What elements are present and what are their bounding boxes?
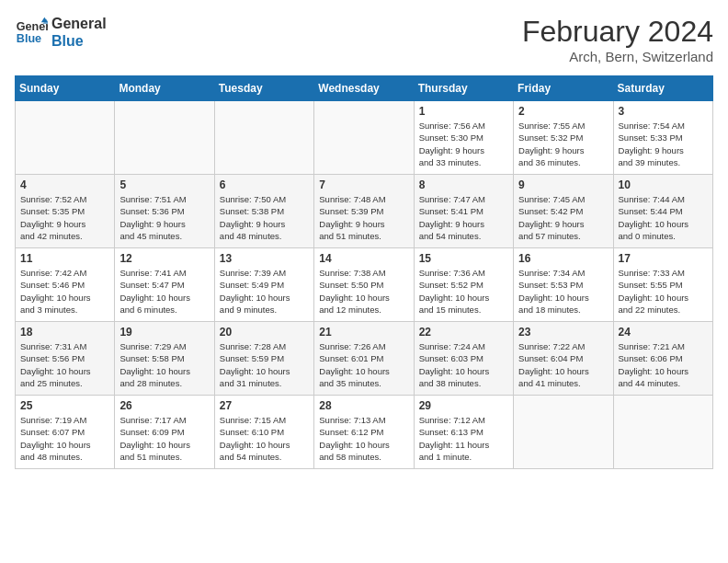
day-number: 13	[220, 252, 309, 265]
day-info: Sunrise: 7:31 AM Sunset: 5:56 PM Dayligh…	[20, 340, 109, 389]
calendar-cell	[613, 396, 712, 469]
day-info: Sunrise: 7:12 AM Sunset: 6:13 PM Dayligh…	[419, 414, 508, 463]
day-info: Sunrise: 7:19 AM Sunset: 6:07 PM Dayligh…	[20, 414, 109, 463]
weekday-header: Sunday	[16, 76, 115, 101]
weekday-header: Friday	[514, 76, 613, 101]
calendar-cell: 12Sunrise: 7:41 AM Sunset: 5:47 PM Dayli…	[115, 248, 214, 322]
day-number: 15	[419, 252, 508, 265]
day-info: Sunrise: 7:29 AM Sunset: 5:58 PM Dayligh…	[119, 340, 209, 389]
day-info: Sunrise: 7:44 AM Sunset: 5:44 PM Dayligh…	[619, 193, 708, 242]
day-number: 22	[419, 326, 508, 339]
day-number: 11	[20, 252, 109, 265]
day-info: Sunrise: 7:47 AM Sunset: 5:41 PM Dayligh…	[419, 193, 508, 242]
calendar-cell: 22Sunrise: 7:24 AM Sunset: 6:03 PM Dayli…	[414, 322, 513, 396]
day-number: 3	[619, 105, 708, 118]
day-number: 6	[220, 178, 309, 191]
calendar-cell: 19Sunrise: 7:29 AM Sunset: 5:58 PM Dayli…	[115, 322, 214, 396]
calendar-cell: 8Sunrise: 7:47 AM Sunset: 5:41 PM Daylig…	[414, 175, 513, 248]
calendar-cell: 17Sunrise: 7:33 AM Sunset: 5:55 PM Dayli…	[613, 248, 712, 322]
day-number: 27	[220, 399, 309, 412]
logo-icon: General Blue	[15, 16, 48, 49]
calendar-cell: 15Sunrise: 7:36 AM Sunset: 5:52 PM Dayli…	[414, 248, 513, 322]
day-number: 28	[319, 399, 408, 412]
calendar-cell	[115, 101, 214, 175]
day-number: 23	[518, 326, 608, 339]
day-info: Sunrise: 7:33 AM Sunset: 5:55 PM Dayligh…	[619, 267, 708, 316]
day-info: Sunrise: 7:38 AM Sunset: 5:50 PM Dayligh…	[319, 267, 408, 316]
page-header: General Blue General Blue February 2024 …	[15, 15, 713, 64]
calendar-cell: 14Sunrise: 7:38 AM Sunset: 5:50 PM Dayli…	[314, 248, 414, 322]
calendar-cell	[314, 101, 414, 175]
day-number: 16	[518, 252, 608, 265]
day-info: Sunrise: 7:22 AM Sunset: 6:04 PM Dayligh…	[518, 340, 608, 389]
calendar-cell: 21Sunrise: 7:26 AM Sunset: 6:01 PM Dayli…	[314, 322, 414, 396]
day-info: Sunrise: 7:50 AM Sunset: 5:38 PM Dayligh…	[220, 193, 309, 242]
day-number: 7	[319, 178, 408, 191]
calendar-cell: 18Sunrise: 7:31 AM Sunset: 5:56 PM Dayli…	[16, 322, 115, 396]
calendar-cell: 5Sunrise: 7:51 AM Sunset: 5:36 PM Daylig…	[115, 175, 214, 248]
day-info: Sunrise: 7:56 AM Sunset: 5:30 PM Dayligh…	[419, 120, 508, 168]
day-info: Sunrise: 7:26 AM Sunset: 6:01 PM Dayligh…	[319, 340, 408, 389]
calendar-cell	[514, 396, 613, 469]
calendar-cell: 4Sunrise: 7:52 AM Sunset: 5:35 PM Daylig…	[16, 175, 115, 248]
day-number: 9	[518, 178, 608, 191]
weekday-header: Wednesday	[314, 76, 414, 101]
logo-blue: Blue	[51, 32, 107, 50]
calendar-cell: 26Sunrise: 7:17 AM Sunset: 6:09 PM Dayli…	[115, 396, 214, 469]
title-block: February 2024 Arch, Bern, Switzerland	[522, 15, 713, 64]
day-info: Sunrise: 7:54 AM Sunset: 5:33 PM Dayligh…	[619, 120, 708, 168]
day-info: Sunrise: 7:21 AM Sunset: 6:06 PM Dayligh…	[619, 340, 708, 389]
day-info: Sunrise: 7:48 AM Sunset: 5:39 PM Dayligh…	[319, 193, 408, 242]
calendar-header: SundayMondayTuesdayWednesdayThursdayFrid…	[16, 76, 713, 101]
calendar-cell: 23Sunrise: 7:22 AM Sunset: 6:04 PM Dayli…	[514, 322, 613, 396]
day-info: Sunrise: 7:55 AM Sunset: 5:32 PM Dayligh…	[518, 120, 608, 168]
day-number: 8	[419, 178, 508, 191]
calendar-cell	[16, 101, 115, 175]
day-number: 4	[20, 178, 109, 191]
day-info: Sunrise: 7:28 AM Sunset: 5:59 PM Dayligh…	[220, 340, 309, 389]
calendar-cell: 6Sunrise: 7:50 AM Sunset: 5:38 PM Daylig…	[214, 175, 313, 248]
calendar-cell: 11Sunrise: 7:42 AM Sunset: 5:46 PM Dayli…	[16, 248, 115, 322]
day-number: 14	[319, 252, 408, 265]
calendar-cell: 13Sunrise: 7:39 AM Sunset: 5:49 PM Dayli…	[214, 248, 313, 322]
day-info: Sunrise: 7:17 AM Sunset: 6:09 PM Dayligh…	[119, 414, 209, 463]
day-info: Sunrise: 7:34 AM Sunset: 5:53 PM Dayligh…	[518, 267, 608, 316]
logo-general: General	[51, 15, 107, 32]
day-number: 17	[619, 252, 708, 265]
calendar-cell: 7Sunrise: 7:48 AM Sunset: 5:39 PM Daylig…	[314, 175, 414, 248]
day-number: 1	[419, 105, 508, 118]
day-info: Sunrise: 7:51 AM Sunset: 5:36 PM Dayligh…	[119, 193, 209, 242]
calendar-cell: 28Sunrise: 7:13 AM Sunset: 6:12 PM Dayli…	[314, 396, 414, 469]
day-info: Sunrise: 7:41 AM Sunset: 5:47 PM Dayligh…	[119, 267, 209, 316]
calendar-cell: 20Sunrise: 7:28 AM Sunset: 5:59 PM Dayli…	[214, 322, 313, 396]
calendar-cell: 27Sunrise: 7:15 AM Sunset: 6:10 PM Dayli…	[214, 396, 313, 469]
weekday-header: Saturday	[613, 76, 712, 101]
day-info: Sunrise: 7:39 AM Sunset: 5:49 PM Dayligh…	[220, 267, 309, 316]
day-number: 18	[20, 326, 109, 339]
day-number: 21	[319, 326, 408, 339]
day-info: Sunrise: 7:36 AM Sunset: 5:52 PM Dayligh…	[419, 267, 508, 316]
calendar-cell: 10Sunrise: 7:44 AM Sunset: 5:44 PM Dayli…	[613, 175, 712, 248]
day-info: Sunrise: 7:42 AM Sunset: 5:46 PM Dayligh…	[20, 267, 109, 316]
month-year: February 2024	[522, 15, 713, 49]
day-info: Sunrise: 7:24 AM Sunset: 6:03 PM Dayligh…	[419, 340, 508, 389]
calendar-cell: 9Sunrise: 7:45 AM Sunset: 5:42 PM Daylig…	[514, 175, 613, 248]
day-number: 25	[20, 399, 109, 412]
day-number: 19	[119, 326, 209, 339]
logo: General Blue General Blue	[15, 15, 107, 50]
calendar-cell: 25Sunrise: 7:19 AM Sunset: 6:07 PM Dayli…	[16, 396, 115, 469]
calendar-cell	[214, 101, 313, 175]
day-number: 5	[119, 178, 209, 191]
calendar-cell: 29Sunrise: 7:12 AM Sunset: 6:13 PM Dayli…	[414, 396, 513, 469]
day-number: 26	[119, 399, 209, 412]
day-info: Sunrise: 7:15 AM Sunset: 6:10 PM Dayligh…	[220, 414, 309, 463]
weekday-header: Monday	[115, 76, 214, 101]
calendar-cell: 16Sunrise: 7:34 AM Sunset: 5:53 PM Dayli…	[514, 248, 613, 322]
day-number: 29	[419, 399, 508, 412]
day-info: Sunrise: 7:13 AM Sunset: 6:12 PM Dayligh…	[319, 414, 408, 463]
calendar-cell: 2Sunrise: 7:55 AM Sunset: 5:32 PM Daylig…	[514, 101, 613, 175]
calendar-cell: 1Sunrise: 7:56 AM Sunset: 5:30 PM Daylig…	[414, 101, 513, 175]
calendar-cell: 24Sunrise: 7:21 AM Sunset: 6:06 PM Dayli…	[613, 322, 712, 396]
calendar-cell: 3Sunrise: 7:54 AM Sunset: 5:33 PM Daylig…	[613, 101, 712, 175]
day-info: Sunrise: 7:45 AM Sunset: 5:42 PM Dayligh…	[518, 193, 608, 242]
